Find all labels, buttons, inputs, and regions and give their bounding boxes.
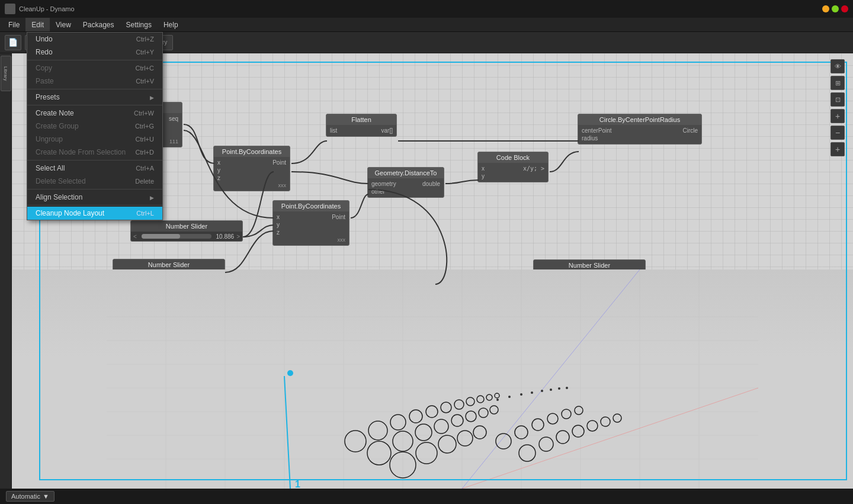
menu-redo[interactable]: Redo Ctrl+Y xyxy=(27,46,162,59)
menu-select-all[interactable]: Select All Ctrl+A xyxy=(27,162,162,175)
node-numslider1[interactable]: Number Slider < 10.886 > xyxy=(130,220,243,242)
svg-point-53 xyxy=(587,420,598,431)
svg-point-43 xyxy=(496,434,511,449)
menu-presets[interactable]: Presets xyxy=(27,91,162,104)
node-point1[interactable]: Point.ByCoordinates x Point y z xxx xyxy=(213,146,290,191)
status-mode-dropdown[interactable]: Automatic ▼ xyxy=(6,491,54,502)
svg-point-31 xyxy=(490,406,498,414)
svg-point-32 xyxy=(345,431,366,452)
svg-point-26 xyxy=(415,424,432,441)
svg-point-38 xyxy=(454,400,464,409)
menu-settings[interactable]: Settings xyxy=(120,18,158,31)
node-point2-title: Point.ByCoordinates xyxy=(273,201,349,211)
node-codeblock-title: Code Block xyxy=(478,152,548,163)
title-bar-controls[interactable] xyxy=(822,5,848,12)
node-geodist-title: Geometry.DistanceTo xyxy=(368,168,444,178)
menu-undo[interactable]: Undo Ctrl+Z xyxy=(27,33,162,46)
menu-file[interactable]: File xyxy=(2,18,25,31)
svg-point-63 xyxy=(566,387,568,389)
svg-text:1: 1 xyxy=(295,479,300,489)
svg-point-27 xyxy=(434,419,448,434)
svg-point-51 xyxy=(556,431,569,444)
zoom-in-button[interactable]: + xyxy=(830,109,845,123)
svg-point-37 xyxy=(441,402,451,413)
menu-copy: Copy Ctrl+C xyxy=(27,62,162,75)
node-point2[interactable]: Point.ByCoordinates x Point y z xxx xyxy=(272,200,349,246)
svg-line-18 xyxy=(462,269,640,489)
status-bar: Automatic ▼ xyxy=(0,489,853,504)
menu-delete-selected: Delete Selected Delete xyxy=(27,175,162,188)
app-title: CleanUp - Dynamo xyxy=(19,5,75,12)
close-button[interactable] xyxy=(841,5,848,12)
title-bar-left: CleanUp - Dynamo xyxy=(5,4,75,14)
sidebar-library-btn[interactable]: Library xyxy=(1,56,11,91)
svg-point-50 xyxy=(539,437,553,451)
node-flatten[interactable]: Flatten list var[] xyxy=(326,114,397,137)
svg-point-30 xyxy=(479,408,488,418)
svg-point-34 xyxy=(390,415,406,430)
menu-create-group: Create Group Ctrl+G xyxy=(27,120,162,133)
svg-point-57 xyxy=(508,396,511,398)
menu-view[interactable]: View xyxy=(50,18,77,31)
menu-create-note[interactable]: Create Note Ctrl+W xyxy=(27,107,162,120)
node-flatten-title: Flatten xyxy=(326,114,396,125)
eye-icon[interactable]: 👁 xyxy=(830,59,845,73)
left-sidebar: Library xyxy=(0,53,12,489)
menu-packages[interactable]: Packages xyxy=(77,18,120,31)
menu-cleanup-node-layout[interactable]: Cleanup Node Layout Ctrl+L xyxy=(27,207,162,220)
app-icon xyxy=(5,4,15,14)
status-dropdown-arrow: ▼ xyxy=(43,493,49,500)
svg-point-35 xyxy=(409,410,422,423)
toolbar-new[interactable]: 📄 xyxy=(5,35,21,50)
svg-point-55 xyxy=(613,414,621,422)
svg-point-33 xyxy=(368,421,387,440)
fit-view-button[interactable]: ⊡ xyxy=(830,92,845,107)
svg-point-21 xyxy=(438,435,456,453)
svg-point-42 xyxy=(495,393,499,398)
zoom-fit-button[interactable]: + xyxy=(830,142,845,156)
svg-point-56 xyxy=(496,399,499,401)
view-3d-svg: 1 xyxy=(12,269,853,489)
svg-point-39 xyxy=(466,397,474,406)
svg-point-60 xyxy=(541,390,543,392)
node-circle[interactable]: Circle.ByCenterPointRadius centerPoint C… xyxy=(578,114,702,145)
svg-point-46 xyxy=(547,413,558,424)
svg-point-62 xyxy=(558,387,560,390)
svg-point-23 xyxy=(473,426,486,439)
svg-point-65 xyxy=(287,370,293,376)
svg-point-48 xyxy=(575,406,583,415)
svg-point-20 xyxy=(416,442,437,464)
zoom-out-button[interactable]: − xyxy=(830,126,845,140)
menu-ungroup: Ungroup Ctrl+U xyxy=(27,133,162,146)
menu-edit[interactable]: Edit xyxy=(25,18,50,31)
menu-create-node-from-selection: Create Node From Selection Ctrl+D xyxy=(27,146,162,159)
node-geodist[interactable]: Geometry.DistanceTo geometry double othe… xyxy=(367,167,444,198)
edit-menu-dropdown: Undo Ctrl+Z Redo Ctrl+Y Copy Ctrl+C Past… xyxy=(27,32,163,220)
title-bar: CleanUp - Dynamo xyxy=(0,0,853,18)
numslider1-value: 10.886 xyxy=(216,233,235,240)
svg-point-47 xyxy=(562,409,571,419)
svg-point-45 xyxy=(532,419,544,431)
minimize-button[interactable] xyxy=(822,5,829,12)
svg-point-59 xyxy=(531,391,533,394)
menu-bar: File Edit View Packages Settings Help xyxy=(0,18,853,32)
svg-point-61 xyxy=(550,389,552,391)
menu-help[interactable]: Help xyxy=(158,18,184,31)
graph-icon[interactable]: ⊞ xyxy=(830,76,845,90)
svg-point-40 xyxy=(477,396,484,403)
menu-paste: Paste Ctrl+V xyxy=(27,75,162,88)
menu-align-selection[interactable]: Align Selection xyxy=(27,191,162,204)
view-3d: 1 xyxy=(12,269,853,489)
node-numslider1-title: Number Slider xyxy=(131,221,242,232)
svg-point-41 xyxy=(486,394,492,400)
svg-point-24 xyxy=(367,441,391,465)
status-mode-label: Automatic xyxy=(11,493,40,500)
svg-point-28 xyxy=(451,415,463,426)
svg-point-22 xyxy=(457,431,473,446)
svg-point-54 xyxy=(601,417,610,426)
svg-line-17 xyxy=(462,388,758,489)
svg-point-58 xyxy=(520,393,522,396)
node-codeblock[interactable]: Code Block x x/y; > y xyxy=(477,152,549,182)
svg-line-64 xyxy=(284,376,290,489)
maximize-button[interactable] xyxy=(832,5,839,12)
